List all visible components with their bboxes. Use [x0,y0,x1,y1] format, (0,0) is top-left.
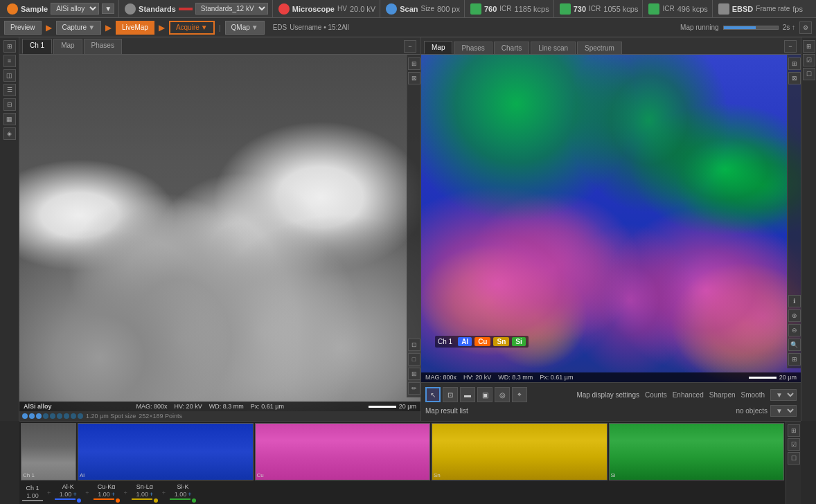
tab-action-buttons: − [402,39,418,54]
img-btn-5[interactable]: ⊞ [408,368,420,380]
map-ctrl-6[interactable]: ⌖ [512,387,527,402]
right-tab-spectrum[interactable]: Spectrum [577,42,622,54]
map-progress-bar [723,26,779,30]
img-btn-6[interactable]: ✏ [408,382,420,395]
sidebar-btn-5[interactable]: ⊟ [3,98,16,111]
map-ctrl-2[interactable]: ⊡ [443,387,458,402]
tab-ch1[interactable]: Ch 1 [22,39,52,54]
eds-btn-4[interactable]: ⊖ [788,324,801,336]
sidebar-btn-6[interactable]: ▦ [3,113,16,125]
username-label: Username • 15:2All [290,24,349,31]
ch730-value: 1055 kcps [603,5,638,13]
ebsd-icon [718,3,729,15]
right-tab-charts[interactable]: Charts [494,42,529,54]
map-ctrl-cursor[interactable]: ↖ [425,387,441,402]
ch760-icon [470,3,481,15]
img-btn-1[interactable]: ⊞ [408,57,420,70]
eds-btn-export[interactable]: ⊞ [788,353,801,366]
tab-phases[interactable]: Phases [84,39,122,54]
size-value: 800 px [437,5,460,13]
frame-rate-value: fps [792,5,803,13]
right-tab-bar: Map Phases Charts Line scan Spectrum − [421,37,801,55]
img-btn-3[interactable]: ⊡ [408,339,420,351]
eds-btn-5[interactable]: 🔍 [788,339,801,351]
standards-label: Standards [139,5,176,13]
sample-subdropdown[interactable]: ▼ [102,3,114,14]
bottom-ctrl-1[interactable]: ⊞ [788,424,800,437]
map-running-section: Map running 2s ↑ ⚙ [680,21,812,34]
eds-btn-3[interactable]: ⊕ [788,309,801,322]
hv-value: 20.0 kV [350,5,375,13]
right-tab-linescan[interactable]: Line scan [531,42,576,54]
map-ctrl-5[interactable]: ◎ [495,387,510,402]
qmap-button[interactable]: QMap ▼ [225,21,265,35]
eds-btn-2[interactable]: ⊠ [788,72,801,84]
thumb-cu[interactable]: Cu [255,423,431,480]
map-result-dropdown[interactable]: ▼ [770,405,797,417]
ebsd-section: EBSD Frame rate fps [714,0,807,17]
eds-btn-1[interactable]: ⊞ [788,57,801,70]
eds-scale-line [749,377,777,379]
ch496-value: 496 kcps [677,5,708,13]
image-right-buttons: ⊞ ⊠ ⊡ □ ⊞ ✏ [407,55,420,397]
sidebar-btn-4[interactable]: ☰ [3,84,16,96]
acquire-button[interactable]: Acquire ▼ [169,21,215,35]
map-result-right: no objects ▼ [736,405,797,417]
map-display-dropdown[interactable]: ▼ [770,389,797,401]
map-display-settings-label: Map display settings [576,391,639,399]
map-settings-button[interactable]: ⚙ [799,21,812,34]
map-result-row: Map result list no objects ▼ [425,404,797,418]
sharpen-label: Sharpen [709,391,736,399]
right-sidebar-btn-1[interactable]: ⊞ [803,40,815,53]
thumb-si[interactable]: Si [609,423,785,480]
bottom-ctrl-3[interactable]: ☐ [788,452,800,465]
sample-section: Sample AlSi alloy ▼ [3,0,119,17]
tab-map[interactable]: Map [53,39,82,54]
thumb-sem[interactable]: Ch 1 [21,423,76,480]
map-controls: ↖ ⊡ ▬ ▣ ◎ ⌖ Map display settings Counts … [421,382,801,421]
element-cu[interactable]: Cu [474,337,490,346]
sidebar-btn-7[interactable]: ◈ [3,127,16,140]
sem-image-container: ⊞ ⊠ ⊡ □ ⊞ ✏ AlSi alloy MAG: 800x HV: 20 … [19,55,420,411]
standards-icon [125,3,136,15]
livemap-button[interactable]: LiveMap [116,21,154,35]
sidebar-btn-3[interactable]: ◫ [3,69,16,82]
tab-minimize-btn[interactable]: − [404,40,416,53]
left-panel: Ch 1 Map Phases − ⊞ ⊠ ⊡ □ ⊞ ✏ AlS [19,37,421,421]
ch-item-cu: Cu-Kα 1.00 + [94,483,120,503]
dot-1 [22,413,28,419]
sample-dropdown[interactable]: AlSi alloy [51,3,99,15]
right-sidebar-btn-2[interactable]: ☑ [803,54,815,66]
element-sn[interactable]: Sn [493,337,509,346]
ch-label: Ch 1 [438,338,452,345]
right-sidebar-btn-3[interactable]: ☐ [803,68,815,80]
preview-button[interactable]: Preview [4,21,42,35]
ch-sep-1: + [47,489,51,496]
right-tab-minimize-btn[interactable]: − [784,40,797,53]
eds-stats: MAG: 800x HV: 20 kV WD: 8.3 mm Px: 0.61 … [425,374,574,381]
sem-scale-bar: 20 µm [369,403,416,410]
element-al[interactable]: Al [458,337,472,346]
thumb-sn[interactable]: Sn [432,423,607,480]
right-tab-phases[interactable]: Phases [454,42,492,54]
img-btn-4[interactable]: □ [408,353,420,366]
map-ctrl-4[interactable]: ▣ [477,387,493,402]
bottom-ctrl-2[interactable]: ☑ [788,438,800,451]
ch-item-al: Al-K 1.00 + [55,483,81,503]
ch-sep-3: + [124,489,127,496]
element-si[interactable]: Si [512,337,525,346]
map-ctrl-3[interactable]: ▬ [460,387,475,402]
eds-btn-info[interactable]: ℹ [788,295,801,307]
sem-material: AlSi alloy [24,403,52,410]
right-tab-map[interactable]: Map [424,41,452,54]
capture-button[interactable]: Capture ▼ [56,21,101,35]
sidebar-btn-2[interactable]: ≡ [3,55,16,67]
sidebar-btn-1[interactable]: ⊞ [3,40,16,53]
sem-background [19,55,420,411]
standards-dropdown[interactable]: Standards_12 kV [195,3,268,15]
thumb-al[interactable]: Al [78,423,254,480]
ch760-label: 760 [484,5,497,13]
sample-icon [7,3,18,15]
left-sidebar: ⊞ ≡ ◫ ☰ ⊟ ▦ ◈ [0,37,19,421]
img-btn-2[interactable]: ⊠ [408,72,420,84]
